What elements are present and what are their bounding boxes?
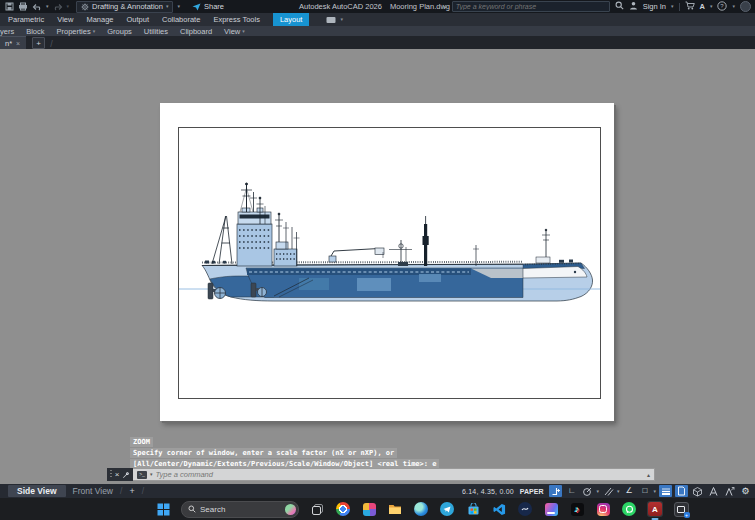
snipping-tool-icon[interactable]: + xyxy=(673,501,689,517)
command-wrench-icon[interactable] xyxy=(122,471,130,479)
share-button[interactable]: Share xyxy=(192,2,224,11)
command-close-icon[interactable]: × xyxy=(115,471,120,479)
command-input-field[interactable]: >_ ▾ ▴ xyxy=(133,468,655,481)
qat-customize-caret-icon[interactable]: ▾ xyxy=(177,4,180,9)
paper-space-toggle[interactable]: PAPER xyxy=(520,488,544,495)
tab-express-tools[interactable]: Express Tools xyxy=(213,13,260,26)
panel-utilities[interactable]: Utilities xyxy=(144,27,168,36)
lineweight-display-icon[interactable] xyxy=(659,485,672,497)
osnap-caret-icon[interactable]: ▾ xyxy=(653,488,656,494)
polar-caret-icon[interactable]: ▾ xyxy=(596,488,599,494)
vscode-icon[interactable] xyxy=(491,501,507,517)
layout-tab-separator: / xyxy=(142,486,144,496)
quick-access-toolbar: ▾ ▾ Drafting & Annotation ▾ ▾ Share xyxy=(0,1,224,13)
file-tab-label: n* xyxy=(5,39,12,48)
panel-properties[interactable]: Properties▾ xyxy=(57,27,96,36)
redo-icon[interactable] xyxy=(53,3,63,11)
ribbon-tab-bar: Parametric View Manage Output Collaborat… xyxy=(0,13,755,26)
isodraft-caret-icon[interactable]: ▾ xyxy=(617,488,620,494)
ribbon-display-toggle[interactable]: ▾ xyxy=(326,13,343,26)
share-label: Share xyxy=(204,2,224,11)
tiktok-icon[interactable]: ♪ xyxy=(569,501,585,517)
tab-manage[interactable]: Manage xyxy=(86,13,113,26)
undo-icon[interactable] xyxy=(32,3,42,11)
round-dark-app-icon[interactable] xyxy=(517,501,533,517)
tab-view[interactable]: View xyxy=(57,13,73,26)
save-icon[interactable] xyxy=(5,2,14,11)
cart-icon[interactable] xyxy=(685,1,695,12)
chrome-icon[interactable] xyxy=(335,501,351,517)
layout-tab-separator: / xyxy=(120,486,122,496)
workspace-selector[interactable]: Drafting & Annotation ▾ xyxy=(76,1,173,13)
search-icon[interactable] xyxy=(615,1,624,12)
start-button[interactable] xyxy=(155,501,171,517)
object-snap-icon[interactable]: □ xyxy=(638,485,651,497)
layout-viewport[interactable] xyxy=(178,127,601,399)
status-toggles: 6.14, 4.35, 0.00 PAPER ∟ ▾ ▾ ∠ □ ▾ ⚙ xyxy=(462,485,755,497)
tab-collaborate[interactable]: Collaborate xyxy=(162,13,200,26)
command-input[interactable] xyxy=(156,470,644,479)
panel-block[interactable]: Block xyxy=(26,27,44,36)
ribbon-panel-icon xyxy=(326,16,338,24)
avatar[interactable] xyxy=(740,1,751,12)
drawing-file-tab[interactable]: n* × xyxy=(0,36,26,49)
tab-parametric[interactable]: Parametric xyxy=(8,13,44,26)
instagram-icon[interactable] xyxy=(595,501,611,517)
isometric-grid-icon[interactable] xyxy=(691,485,704,497)
microsoft-store-icon[interactable] xyxy=(465,501,481,517)
ortho-mode-icon[interactable]: ∟ xyxy=(565,485,578,497)
autodesk-access-icon[interactable]: A xyxy=(700,2,705,11)
autocad-taskbar-icon[interactable]: A xyxy=(647,501,663,517)
access-caret-icon[interactable]: ▾ xyxy=(710,4,713,9)
whatsapp-icon[interactable] xyxy=(621,501,637,517)
layout-tab-side-view[interactable]: Side View xyxy=(8,485,66,497)
task-view-icon[interactable] xyxy=(309,501,325,517)
command-grip-icon[interactable] xyxy=(110,470,112,479)
sign-in-button[interactable]: Sign In xyxy=(643,2,666,11)
ribbon-panel-row: yers Block Properties▾ Groups Utilities … xyxy=(0,26,755,36)
annotation-visibility-icon[interactable] xyxy=(707,485,720,497)
pos-app-icon[interactable] xyxy=(543,501,559,517)
help-icon[interactable]: ? xyxy=(717,1,727,13)
taskbar-search[interactable]: Search xyxy=(181,501,299,518)
help-search-input[interactable] xyxy=(452,1,610,12)
osnap-tracking-icon[interactable]: ∠ xyxy=(622,485,635,497)
snap-mode-icon[interactable] xyxy=(549,485,562,497)
annotation-autoscale-icon[interactable] xyxy=(723,485,736,497)
plot-printer-icon[interactable] xyxy=(18,2,28,11)
command-line-bar: × >_ ▾ ▴ xyxy=(107,468,655,481)
microsoft-365-icon[interactable] xyxy=(361,501,377,517)
command-history-toggle-icon[interactable]: ▴ xyxy=(647,472,650,478)
polar-tracking-icon[interactable] xyxy=(581,485,594,497)
edge-icon[interactable] xyxy=(413,501,429,517)
tab-layout[interactable]: Layout xyxy=(273,13,310,26)
panel-clipboard[interactable]: Clipboard xyxy=(180,27,212,36)
file-explorer-icon[interactable] xyxy=(387,501,403,517)
window-title: Autodesk AutoCAD 2026 Mooring Plan.dwg xyxy=(299,0,450,13)
redo-caret-icon[interactable]: ▾ xyxy=(67,4,70,9)
new-drawing-button[interactable]: + xyxy=(32,37,45,49)
workspace-label: Drafting & Annotation xyxy=(92,2,163,11)
drawing-canvas[interactable] xyxy=(0,49,755,484)
document-title: Mooring Plan.dwg xyxy=(390,2,450,11)
command-line-controls: × xyxy=(107,468,133,481)
telegram-icon[interactable] xyxy=(439,501,455,517)
chevron-right-icon[interactable]: ▸ xyxy=(444,4,447,10)
tab-output[interactable]: Output xyxy=(127,13,150,26)
new-layout-button[interactable]: + xyxy=(129,486,134,496)
panel-view[interactable]: View▾ xyxy=(224,27,245,36)
layout-tab-front-view[interactable]: Front View xyxy=(73,486,113,496)
undo-caret-icon[interactable]: ▾ xyxy=(46,4,49,9)
panel-layers[interactable]: yers xyxy=(0,27,14,36)
help-caret-icon[interactable]: ▾ xyxy=(732,4,735,9)
coordinates-readout: 6.14, 4.35, 0.00 xyxy=(462,488,514,495)
workspace-caret-icon: ▾ xyxy=(166,4,169,9)
file-tab-close-icon[interactable]: × xyxy=(16,40,20,47)
panel-groups[interactable]: Groups xyxy=(107,27,132,36)
customization-gear-icon[interactable]: ⚙ xyxy=(739,485,752,497)
sign-in-caret-icon[interactable]: ▾ xyxy=(671,4,674,9)
paper-layout-icon[interactable] xyxy=(675,485,688,497)
titlebar-right-group: ▸ Sign In ▾ A ▾ ? ▾ xyxy=(444,0,751,13)
isodraft-icon[interactable] xyxy=(602,485,615,497)
command-caret-icon[interactable]: ▾ xyxy=(150,472,153,477)
